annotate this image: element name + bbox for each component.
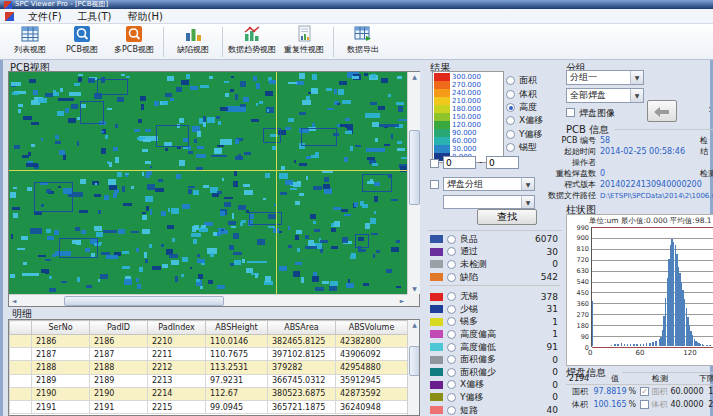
category-row[interactable]: 高度偏低91 xyxy=(428,341,562,354)
radio-icon[interactable] xyxy=(506,76,515,85)
pcb-component-outline xyxy=(156,125,189,147)
pcb-pad xyxy=(299,163,307,167)
table-row[interactable]: 21892189221397.9231366745.031235912945 xyxy=(10,374,408,387)
scroll-left-arrow[interactable]: ◄ xyxy=(9,295,19,307)
pad-group-combobox[interactable]: 焊盘分组 ▼ xyxy=(443,177,535,191)
chevron-down-icon[interactable]: ▼ xyxy=(521,196,534,208)
radio-icon[interactable] xyxy=(506,143,515,152)
range-filter-checkbox[interactable] xyxy=(430,159,439,168)
chevron-down-icon[interactable]: ▼ xyxy=(630,89,643,102)
column-header-PadID[interactable]: PadID xyxy=(90,321,148,335)
metric-option-高度[interactable]: 高度 xyxy=(506,101,562,114)
detail-vertical-scrollbar[interactable]: ▲ xyxy=(407,320,420,416)
column-header-ABSHeight[interactable]: ABSHeight xyxy=(206,321,268,335)
radio-icon[interactable] xyxy=(447,380,456,389)
radio-icon[interactable] xyxy=(447,406,456,415)
category-row[interactable]: 未检测0 xyxy=(428,258,562,271)
chevron-down-icon[interactable]: ▼ xyxy=(521,178,534,190)
category-row[interactable]: 锡多1 xyxy=(428,316,562,329)
column-header-ABSVolume[interactable]: ABSVolume xyxy=(336,321,408,335)
toolbar-pcb-view-button[interactable]: PCB视图 xyxy=(56,25,108,58)
menu-help[interactable]: 帮助(H) xyxy=(119,9,170,24)
pcb-board-canvas[interactable] xyxy=(9,72,407,294)
radio-icon[interactable] xyxy=(447,343,456,352)
pcb-pad xyxy=(355,145,360,147)
radio-icon[interactable] xyxy=(447,247,456,256)
pcb-pad xyxy=(139,267,143,273)
range-from-input[interactable] xyxy=(443,156,476,169)
radio-icon[interactable] xyxy=(447,355,456,364)
metric-option-体积[interactable]: 体积 xyxy=(506,87,562,100)
radio-icon[interactable] xyxy=(447,235,456,244)
pad-group-checkbox[interactable] xyxy=(430,180,439,189)
category-row[interactable]: 面积偏少0 xyxy=(428,366,562,379)
category-row[interactable]: 短路40 xyxy=(428,404,562,416)
menu-file[interactable]: 文件(F) xyxy=(20,9,70,24)
category-row[interactable]: Y偏移0 xyxy=(428,391,562,404)
radio-icon[interactable] xyxy=(506,130,515,139)
category-row[interactable]: 高度偏高1 xyxy=(428,328,562,341)
group-combobox[interactable]: 分组一 ▼ xyxy=(566,70,644,85)
toolbar-multi-pcb-view-button[interactable]: 多PCB视图 xyxy=(108,25,160,58)
range-to-input[interactable] xyxy=(486,156,519,169)
toolbar-data-export-button[interactable]: 数据导出 xyxy=(337,25,389,58)
table-row[interactable]: 218821882212113.253137928242954880 xyxy=(10,361,408,374)
toolbar-trend-view-button[interactable]: 数据趋势视图 xyxy=(226,25,278,58)
scroll-thumb[interactable] xyxy=(409,130,420,205)
radio-icon[interactable] xyxy=(447,260,456,269)
scroll-thumb[interactable] xyxy=(64,296,224,306)
table-row[interactable]: 21912191221599.0945365721.187536240948 xyxy=(10,400,408,413)
scroll-right-arrow[interactable]: ► xyxy=(397,295,407,307)
radio-icon[interactable] xyxy=(506,90,515,99)
scroll-up-arrow[interactable]: ▲ xyxy=(408,72,421,82)
checkbox-icon[interactable]: ✓ xyxy=(640,387,649,396)
pcb-pad xyxy=(313,221,317,224)
pad-image-checkbox[interactable] xyxy=(566,108,575,117)
category-row[interactable]: 通过30 xyxy=(428,246,562,259)
pcb-info-row: 操作者 xyxy=(540,157,713,168)
histogram-plot-area xyxy=(591,227,713,347)
category-row[interactable]: 少锡31 xyxy=(428,303,562,316)
chevron-down-icon[interactable]: ▼ xyxy=(630,71,643,84)
table-row[interactable]: 218721872211110.7675397102.812543906092 xyxy=(10,348,408,361)
metric-option-面积[interactable]: 面积 xyxy=(506,74,562,87)
scroll-thumb[interactable] xyxy=(409,346,420,376)
category-row[interactable]: 良品6070 xyxy=(428,233,562,246)
scroll-down-arrow[interactable]: ▼ xyxy=(408,284,421,294)
radio-icon[interactable] xyxy=(447,292,456,301)
find-button[interactable]: 查找 xyxy=(477,209,537,225)
radio-icon[interactable] xyxy=(447,317,456,326)
scroll-up-arrow[interactable]: ▲ xyxy=(408,320,420,330)
table-row[interactable]: 218621862210110.0146382465.812542382800 xyxy=(10,335,408,348)
pad-filter-combobox[interactable]: 全部焊盘 ▼ xyxy=(566,88,644,103)
category-row[interactable]: 无锡378 xyxy=(428,290,562,303)
category-row[interactable]: X偏移0 xyxy=(428,379,562,392)
pcb-pad xyxy=(360,201,364,206)
radio-icon[interactable] xyxy=(506,103,515,112)
column-header-ABSArea[interactable]: ABSArea xyxy=(268,321,336,335)
metric-option-X偏移[interactable]: X偏移 xyxy=(506,114,562,127)
menu-tools[interactable]: 工具(T) xyxy=(70,9,120,24)
back-button[interactable] xyxy=(647,100,677,122)
toolbar-defect-view-button[interactable]: 缺陷视图 xyxy=(167,25,219,58)
checkbox-icon[interactable] xyxy=(640,400,649,409)
radio-icon[interactable] xyxy=(447,305,456,314)
column-header-lower: 下限 xyxy=(688,373,713,384)
radio-icon[interactable] xyxy=(447,393,456,402)
toolbar-repeat-view-button[interactable]: 重复性视图 xyxy=(278,25,330,58)
column-header-PadIndex[interactable]: PadIndex xyxy=(148,321,206,335)
histogram-bar xyxy=(614,344,615,346)
pcb-horizontal-scrollbar[interactable]: ◄ ► xyxy=(9,294,407,306)
radio-icon[interactable] xyxy=(447,330,456,339)
pcb-vertical-scrollbar[interactable]: ▲ ▼ xyxy=(407,72,420,294)
radio-icon[interactable] xyxy=(447,273,456,282)
table-row[interactable]: 219021902214112.67380523.687542873592 xyxy=(10,387,408,400)
sub-group-combobox[interactable]: ▼ xyxy=(443,195,535,209)
category-row[interactable]: 缺陷542 xyxy=(428,271,562,284)
column-header-SerNo[interactable]: SerNo xyxy=(32,321,90,335)
histogram-bar xyxy=(630,344,631,346)
radio-icon[interactable] xyxy=(447,368,456,377)
category-row[interactable]: 面积偏多0 xyxy=(428,353,562,366)
toolbar-list-view-button[interactable]: 列表视图 xyxy=(4,25,56,58)
radio-icon[interactable] xyxy=(506,116,515,125)
